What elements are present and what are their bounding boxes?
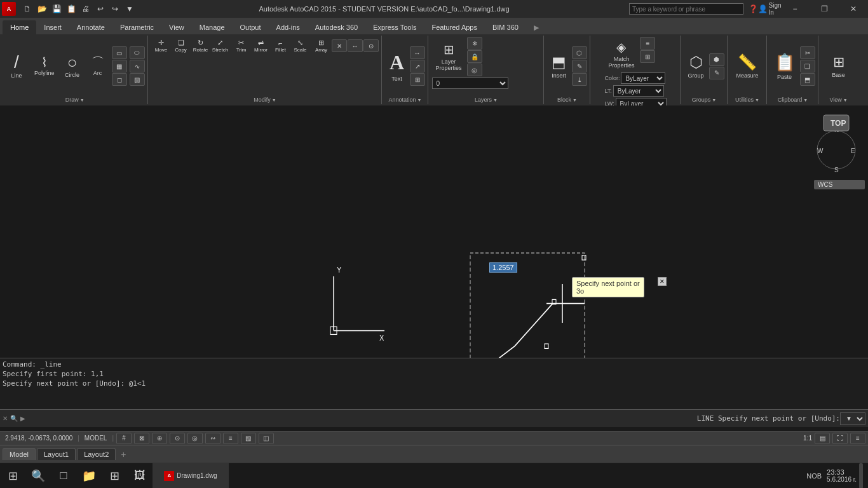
- lock-button[interactable]: 🔒: [467, 50, 482, 63]
- gradient-button[interactable]: ▧: [130, 73, 145, 86]
- tab-model[interactable]: Model: [3, 448, 36, 460]
- arc-button[interactable]: ⌒ Arc: [86, 44, 109, 88]
- osnap-button[interactable]: ◎: [187, 433, 203, 444]
- isolate-button[interactable]: ◎: [467, 64, 482, 76]
- fillet-button[interactable]: ⌐ Fillet: [271, 37, 290, 55]
- insert-button[interactable]: ⬒ Insert: [548, 44, 571, 88]
- color-dropdown[interactable]: ByLayer: [621, 72, 665, 84]
- block-editor-button[interactable]: ✎: [572, 60, 587, 72]
- new-file-button[interactable]: 🗋: [20, 2, 34, 16]
- ellipse-button[interactable]: ⬭: [130, 46, 145, 59]
- tab-manage[interactable]: Manage: [192, 20, 233, 34]
- polar-button[interactable]: ⊙: [170, 433, 185, 444]
- otrack-button[interactable]: ∾: [205, 433, 220, 444]
- group-edit-button[interactable]: ✎: [709, 67, 724, 79]
- wblock-button[interactable]: ⤓: [572, 73, 587, 86]
- properties-button[interactable]: ⊞: [640, 50, 655, 63]
- mirror-button[interactable]: ⇌ Mirror: [252, 37, 271, 55]
- app-logo[interactable]: A: [0, 0, 18, 18]
- modify-group-label[interactable]: Modify ▼: [254, 97, 276, 103]
- layers-group-label[interactable]: Layers ▼: [475, 97, 498, 103]
- hatch-button[interactable]: ▦: [112, 60, 127, 72]
- close-history-button[interactable]: ✕: [3, 415, 8, 422]
- erase-button[interactable]: ✕: [332, 39, 347, 52]
- explorer-button[interactable]: 📁: [76, 463, 102, 489]
- canvas-area[interactable]: [-][Top][2D Wireframe] ⊞ ⊕ X Y: [0, 105, 868, 463]
- view-group-label[interactable]: View ▼: [829, 97, 847, 103]
- autocad-taskbar-button[interactable]: A Drawing1.dwg: [153, 463, 229, 489]
- command-input-field[interactable]: [28, 414, 697, 423]
- tab-home[interactable]: Home: [3, 20, 36, 34]
- tab-layout1[interactable]: Layout1: [37, 448, 76, 460]
- fullscreen-btn[interactable]: ⛶: [832, 433, 848, 444]
- tab-insert[interactable]: Insert: [36, 20, 69, 34]
- grid-button[interactable]: #: [116, 433, 132, 444]
- task-view-button[interactable]: □: [51, 463, 76, 489]
- region-button[interactable]: ◻: [112, 73, 127, 86]
- circle-button[interactable]: ○ Circle: [61, 44, 84, 88]
- tab-more[interactable]: ▶: [526, 20, 546, 34]
- tab-featuredapps[interactable]: Featured Apps: [424, 20, 485, 34]
- freeze-button[interactable]: ❄: [467, 37, 482, 50]
- leader-button[interactable]: ↗: [410, 60, 425, 72]
- undo-button[interactable]: ↩: [93, 2, 107, 16]
- search-history-button[interactable]: 🔍: [10, 415, 18, 422]
- viewport-input-value[interactable]: 1.2557: [489, 262, 517, 273]
- annotation-group-label[interactable]: Annotation ▼: [389, 97, 422, 103]
- tab-layout2[interactable]: Layout2: [77, 448, 116, 460]
- search-button[interactable]: 🔍: [25, 463, 51, 489]
- annotation-scale[interactable]: 1:1: [803, 435, 812, 442]
- language-indicator[interactable]: NOB: [804, 472, 824, 480]
- base-view-button[interactable]: ⊞ Base: [827, 44, 850, 88]
- print-button[interactable]: 🖨: [79, 2, 93, 16]
- minimize-button[interactable]: −: [780, 0, 810, 18]
- layer-dropdown[interactable]: 0: [432, 78, 508, 89]
- offset-button[interactable]: ⊙: [363, 39, 379, 52]
- stretch-button[interactable]: ⤢ Stretch: [211, 37, 230, 55]
- clipboard-group-label[interactable]: Clipboard ▼: [778, 97, 808, 103]
- workspace-dropdown[interactable]: ▼: [123, 2, 137, 16]
- search-input[interactable]: [629, 3, 743, 15]
- measure-button[interactable]: 📏 Measure: [733, 44, 763, 88]
- polyline-button[interactable]: ⌇ Polyline: [31, 44, 58, 88]
- command-input-dropdown[interactable]: ▼: [840, 412, 865, 425]
- groups-group-label[interactable]: Groups ▼: [692, 97, 716, 103]
- restore-button[interactable]: ❐: [810, 0, 839, 18]
- tab-bim360[interactable]: BIM 360: [485, 20, 526, 34]
- tab-output[interactable]: Output: [233, 20, 269, 34]
- scale-button[interactable]: ⤡ Scale: [291, 37, 310, 55]
- text-button[interactable]: A Text: [386, 44, 409, 88]
- show-desktop-button[interactable]: [859, 463, 863, 489]
- trim-button[interactable]: ✂ Trim: [232, 37, 251, 55]
- table-button[interactable]: ⊞: [410, 73, 425, 86]
- paste-special-button[interactable]: ⬒: [800, 73, 815, 86]
- workspace-btn[interactable]: ▤: [815, 433, 830, 444]
- lineweight-btn[interactable]: ≡: [223, 433, 238, 444]
- transparency-btn[interactable]: ▧: [241, 433, 256, 444]
- selection-cycle-btn[interactable]: ◫: [259, 433, 274, 444]
- spline-button[interactable]: ∿: [130, 60, 145, 72]
- customize-btn[interactable]: ≡: [850, 433, 865, 444]
- tab-expresstools[interactable]: Express Tools: [365, 20, 424, 34]
- line-button[interactable]: / Line: [5, 44, 28, 88]
- tab-annotate[interactable]: Annotate: [69, 20, 112, 34]
- tab-autodesk360[interactable]: Autodesk 360: [308, 20, 365, 34]
- save-as-button[interactable]: 📋: [64, 2, 78, 16]
- ortho-button[interactable]: ⊕: [152, 433, 167, 444]
- photos-button[interactable]: 🖼: [127, 463, 153, 489]
- rotate-button[interactable]: ↻ Rotate: [191, 37, 210, 55]
- extend-button[interactable]: ↔: [348, 39, 363, 52]
- copy-clipboard-button[interactable]: ❏: [800, 60, 815, 72]
- array-button[interactable]: ⊞ Array: [312, 37, 331, 55]
- group-button[interactable]: ⬡ Group: [684, 44, 708, 88]
- dimension-button[interactable]: ↔: [410, 46, 425, 59]
- ungroup-button[interactable]: ⬢: [709, 53, 724, 66]
- utilities-group-label[interactable]: Utilities ▼: [735, 97, 759, 103]
- move-button[interactable]: ✛ Move: [152, 37, 171, 55]
- paste-button[interactable]: 📋 Paste: [771, 44, 799, 88]
- linetype-dropdown[interactable]: ByLayer: [613, 85, 664, 97]
- tooltip-close-button[interactable]: ✕: [658, 277, 667, 286]
- match-properties-button[interactable]: ◈ MatchProperties: [604, 37, 638, 71]
- wcs-label[interactable]: WCS: [814, 180, 865, 189]
- rectangle-button[interactable]: ▭: [112, 46, 127, 59]
